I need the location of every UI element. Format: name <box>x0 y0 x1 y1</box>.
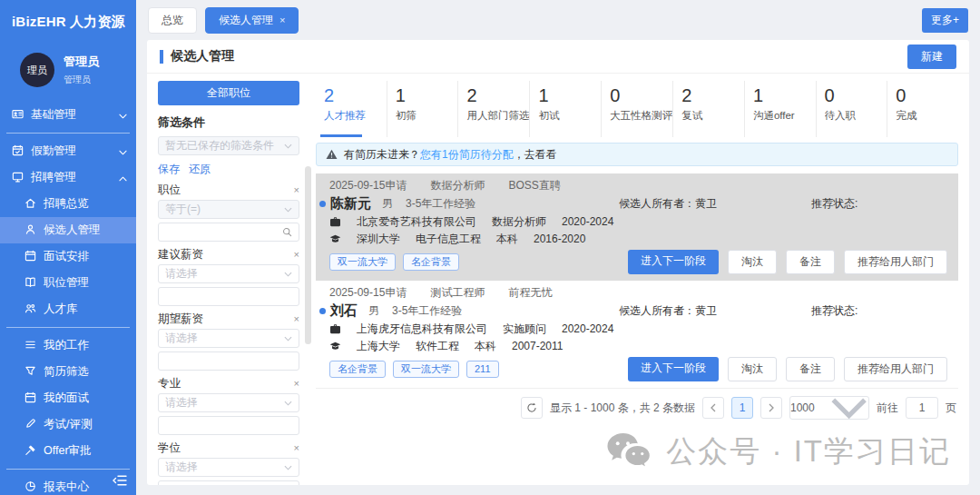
next-stage-button[interactable]: 进入下一阶段 <box>628 250 719 274</box>
sidebar-item-label: 假勤管理 <box>31 144 76 159</box>
sidebar-item-candidate-mgmt[interactable]: 候选人管理 <box>0 217 136 243</box>
major: 电子信息工程 <box>416 233 481 245</box>
search-icon <box>282 227 292 237</box>
chevron-down-icon <box>119 145 127 158</box>
sidebar-item-recruit-overview[interactable]: 招聘总览 <box>0 191 136 217</box>
sidebar-item-interview-schedule[interactable]: 面试安排 <box>0 243 136 270</box>
current-page[interactable]: 1 <box>731 397 753 419</box>
next-stage-button[interactable]: 进入下一阶段 <box>628 357 719 381</box>
stage-pending-onboard[interactable]: 0 待入职 <box>817 81 888 137</box>
stage-initial-screen[interactable]: 1 初筛 <box>387 81 459 137</box>
position-operator-select[interactable]: 等于(=) <box>158 200 299 219</box>
sidebar-item-resume-screening[interactable]: 简历筛选 <box>0 359 136 385</box>
divider <box>6 133 130 134</box>
expect-salary-select[interactable]: 请选择 <box>158 329 299 348</box>
next-page-button[interactable] <box>760 397 782 419</box>
sidebar-item-base-mgmt[interactable]: 基础管理 <box>0 102 136 128</box>
candidate-name[interactable]: 刘石 <box>330 302 358 320</box>
save-filter-link[interactable]: 保存 <box>158 162 180 177</box>
sidebar-collapse-icon[interactable] <box>113 474 127 490</box>
work-period: 2020-2024 <box>562 322 613 335</box>
sidebar-item-label: 招聘管理 <box>31 170 76 185</box>
stage-dept-screen[interactable]: 2 用人部门筛选 <box>458 81 530 137</box>
more-button[interactable]: 更多+ <box>922 8 968 33</box>
degree: 本科 <box>496 233 518 245</box>
sidebar-item-recruit-mgmt[interactable]: 招聘管理 <box>0 164 136 191</box>
resume-source: 前程无忧 <box>508 286 552 299</box>
chevron-down-icon <box>284 272 292 277</box>
new-button[interactable]: 新建 <box>907 45 956 69</box>
major-select[interactable]: 请选择 <box>158 393 299 412</box>
prev-page-button[interactable] <box>702 397 724 419</box>
stage-done[interactable]: 0 完成 <box>887 81 958 137</box>
close-icon[interactable]: × <box>279 15 285 25</box>
stage-count: 2 <box>681 85 744 106</box>
briefcase-icon <box>329 216 341 228</box>
restore-filter-link[interactable]: 还原 <box>189 162 211 177</box>
note-button[interactable]: 备注 <box>786 357 835 381</box>
sidebar-item-my-work[interactable]: 我的工作 <box>0 332 136 359</box>
all-positions-button[interactable]: 全部职位 <box>158 81 299 105</box>
edu-period: 2007-2011 <box>512 340 564 352</box>
note-button[interactable]: 备注 <box>786 250 835 274</box>
job-title: 实施顾问 <box>503 322 546 335</box>
candidate-card[interactable]: 2025-09-15申请 数据分析师 BOSS直聘 陈新元 男 3-5年工作经验… <box>316 173 958 281</box>
sidebar-item-my-interviews[interactable]: 我的面试 <box>0 385 136 411</box>
stage-label: 人才推荐 <box>324 109 387 123</box>
stage-count: 1 <box>753 85 816 106</box>
status-dot <box>319 308 326 314</box>
reject-button[interactable]: 淘汰 <box>728 250 777 274</box>
content-panel: 候选人管理 新建 全部职位 筛选条件 暂无已保存的筛选条件 保存 还原 职位 × <box>147 40 969 485</box>
stage-label: 复试 <box>681 109 744 123</box>
gavel-icon <box>24 444 36 459</box>
reject-button[interactable]: 淘汰 <box>728 357 777 381</box>
stage-count: 0 <box>896 85 958 106</box>
suggest-salary-input[interactable] <box>158 287 299 306</box>
pen-icon <box>24 418 36 432</box>
stage-talent-recommend[interactable]: 2 人才推荐 <box>316 81 387 137</box>
close-icon[interactable]: × <box>294 249 299 260</box>
stage-count: 2 <box>324 85 387 106</box>
candidate-experience: 3-5年工作经验 <box>392 303 462 319</box>
scrollbar-thumb[interactable] <box>305 166 311 344</box>
recommend-to-dept-button[interactable]: 推荐给用人部门 <box>844 250 947 274</box>
stage-first-interview[interactable]: 1 初试 <box>530 81 602 137</box>
candidate-tag: 双一流大学 <box>329 253 396 271</box>
sidebar-item-attendance-mgmt[interactable]: 假勤管理 <box>0 138 136 164</box>
tab-bar: 总览 候选人管理 × 更多+ <box>136 0 980 40</box>
sidebar-item-position-mgmt[interactable]: 职位管理 <box>0 270 136 296</box>
sidebar-item-offer-approval[interactable]: Offer审批 <box>0 438 136 464</box>
stage-count: 1 <box>396 85 458 106</box>
position-search-input[interactable] <box>158 223 299 242</box>
calendar-icon <box>24 391 36 406</box>
major-input[interactable] <box>158 416 299 435</box>
alert-link[interactable]: 您有1份简历待分配 <box>420 148 514 161</box>
stage-second-interview[interactable]: 2 复试 <box>673 81 745 137</box>
expect-salary-input[interactable] <box>158 351 299 371</box>
suggest-salary-select[interactable]: 请选择 <box>158 264 299 283</box>
user-role: 管理员 <box>64 74 99 86</box>
sidebar-item-talent-pool[interactable]: 人才库 <box>0 296 136 322</box>
degree-select[interactable]: 请选择 <box>158 458 299 477</box>
tab-overview[interactable]: 总览 <box>148 7 197 34</box>
monitor-icon <box>12 171 24 185</box>
tab-candidate-mgmt[interactable]: 候选人管理 × <box>205 7 299 34</box>
candidate-name[interactable]: 陈新元 <box>330 195 371 213</box>
close-icon[interactable]: × <box>294 313 299 324</box>
close-icon[interactable]: × <box>294 378 299 389</box>
stage-offer[interactable]: 1 沟通offer <box>745 81 817 137</box>
recommend-to-dept-button[interactable]: 推荐给用人部门 <box>844 357 947 381</box>
candidate-owner: 候选人所有者：黄卫 <box>619 303 811 319</box>
stage-big5-test[interactable]: 0 大五性格测评 <box>602 81 673 137</box>
select-placeholder: 请选择 <box>165 460 198 475</box>
sidebar-item-exams[interactable]: 考试/评测 <box>0 411 136 438</box>
candidate-card[interactable]: 2025-09-15申请 测试工程师 前程无忧 刘石 男 3-5年工作经验 候选… <box>316 281 958 389</box>
degree-select-2[interactable] <box>158 480 299 485</box>
refresh-button[interactable] <box>521 397 543 419</box>
goto-page-input[interactable]: 1 <box>906 397 938 419</box>
page-size-select[interactable]: 1000 <box>789 396 869 420</box>
close-icon[interactable]: × <box>294 184 299 195</box>
close-icon[interactable]: × <box>294 442 299 453</box>
user-profile: 理员 管理员 管理员 <box>0 31 136 87</box>
saved-filter-select[interactable]: 暂无已保存的筛选条件 <box>158 136 299 155</box>
